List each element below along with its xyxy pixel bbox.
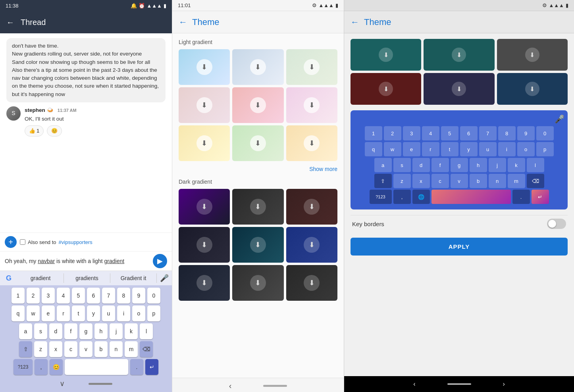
kb-period-1[interactable]: . bbox=[130, 359, 143, 375]
preview-key-3[interactable]: 3 bbox=[403, 126, 420, 140]
preview-b[interactable]: b bbox=[470, 174, 487, 188]
dark-cell-8[interactable]: ⬇ bbox=[232, 265, 283, 301]
preview-i[interactable]: i bbox=[498, 142, 516, 156]
plus-button[interactable]: + bbox=[5, 236, 17, 248]
back-button-2[interactable]: ← bbox=[179, 17, 187, 27]
back-button-3[interactable]: ← bbox=[351, 17, 359, 27]
preview-key-8[interactable]: 8 bbox=[498, 126, 516, 140]
kb-y-1[interactable]: y bbox=[87, 306, 100, 321]
preview-r[interactable]: r bbox=[422, 142, 439, 156]
kb-w-1[interactable]: w bbox=[27, 306, 40, 321]
kb-key-6[interactable]: 6 bbox=[87, 288, 100, 304]
preview-q[interactable]: q bbox=[365, 142, 382, 156]
kb-m-1[interactable]: m bbox=[125, 341, 138, 357]
kb-key-2[interactable]: 2 bbox=[27, 288, 40, 304]
light-cell-1[interactable]: ⬇ bbox=[179, 49, 230, 85]
kb-key-8[interactable]: 8 bbox=[117, 288, 130, 304]
kb-key-7[interactable]: 7 bbox=[102, 288, 115, 304]
preview-space[interactable] bbox=[431, 190, 511, 204]
preview-l[interactable]: l bbox=[527, 158, 544, 172]
preview-period[interactable]: . bbox=[512, 190, 530, 204]
preview-enter[interactable]: ↵ bbox=[532, 190, 549, 204]
preview-f[interactable]: f bbox=[431, 158, 449, 172]
p2-back-nav[interactable]: ‹ bbox=[229, 381, 232, 390]
light-cell-3[interactable]: ⬇ bbox=[286, 49, 337, 85]
preview-t[interactable]: t bbox=[441, 142, 458, 156]
autocomplete-item-2[interactable]: gradients bbox=[64, 273, 110, 283]
mic-button-1[interactable]: 🎤 bbox=[160, 274, 169, 282]
kb-comma-1[interactable]: , bbox=[35, 359, 48, 375]
preview-w[interactable]: w bbox=[384, 142, 401, 156]
p3-cell-1[interactable]: ⬇ bbox=[351, 39, 421, 71]
preview-key-7[interactable]: 7 bbox=[479, 126, 497, 140]
kb-x-1[interactable]: x bbox=[49, 341, 62, 357]
preview-y[interactable]: y bbox=[460, 142, 478, 156]
preview-d[interactable]: d bbox=[412, 158, 430, 172]
kb-i-1[interactable]: i bbox=[117, 306, 130, 321]
kb-f-1[interactable]: f bbox=[64, 323, 77, 339]
kb-symbols-1[interactable]: ?123 bbox=[13, 359, 33, 375]
kb-g-1[interactable]: g bbox=[79, 323, 92, 339]
preview-comma[interactable]: , bbox=[393, 190, 411, 204]
kb-h-1[interactable]: h bbox=[94, 323, 108, 339]
kb-u-1[interactable]: u bbox=[102, 306, 115, 321]
preview-h[interactable]: h bbox=[470, 158, 487, 172]
send-button-1[interactable]: ▶ bbox=[153, 254, 167, 268]
kb-z-1[interactable]: z bbox=[34, 341, 47, 357]
emoji-reaction-btn[interactable]: 😊 bbox=[47, 125, 62, 136]
kb-s-1[interactable]: s bbox=[34, 323, 47, 339]
light-cell-5[interactable]: ⬇ bbox=[232, 87, 283, 123]
kb-key-5[interactable]: 5 bbox=[72, 288, 85, 304]
autocomplete-item-1[interactable]: gradient bbox=[17, 273, 64, 283]
p3-cell-4[interactable]: ⬇ bbox=[351, 73, 421, 105]
p3-cell-6[interactable]: ⬇ bbox=[497, 73, 568, 105]
preview-k[interactable]: k bbox=[508, 158, 525, 172]
dark-cell-3[interactable]: ⬇ bbox=[286, 189, 337, 225]
preview-j[interactable]: j bbox=[489, 158, 506, 172]
kb-enter-1[interactable]: ↵ bbox=[145, 359, 158, 375]
dark-cell-2[interactable]: ⬇ bbox=[232, 189, 283, 225]
kb-c-1[interactable]: c bbox=[64, 341, 77, 357]
kb-o-1[interactable]: o bbox=[132, 306, 145, 321]
preview-mic-icon[interactable]: 🎤 bbox=[555, 114, 564, 124]
kb-d-1[interactable]: d bbox=[49, 323, 62, 339]
kb-space-1[interactable] bbox=[65, 359, 128, 375]
preview-s[interactable]: s bbox=[393, 158, 411, 172]
preview-o[interactable]: o bbox=[517, 142, 535, 156]
preview-p[interactable]: p bbox=[536, 142, 554, 156]
preview-key-9[interactable]: 9 bbox=[517, 126, 535, 140]
also-send-checkbox[interactable] bbox=[20, 239, 25, 245]
kb-emoji-1[interactable]: 😊 bbox=[50, 359, 63, 375]
kb-shift-1[interactable]: ⇧ bbox=[19, 341, 32, 357]
kb-e-1[interactable]: e bbox=[42, 306, 55, 321]
kb-j-1[interactable]: j bbox=[110, 323, 123, 339]
light-cell-2[interactable]: ⬇ bbox=[232, 49, 283, 85]
dark-cell-6[interactable]: ⬇ bbox=[286, 227, 337, 263]
light-cell-9[interactable]: ⬇ bbox=[286, 125, 337, 161]
preview-z[interactable]: z bbox=[393, 174, 411, 188]
preview-backspace[interactable]: ⌫ bbox=[527, 174, 544, 188]
dark-cell-9[interactable]: ⬇ bbox=[286, 265, 337, 301]
preview-u[interactable]: u bbox=[479, 142, 497, 156]
p3-back-icon[interactable]: ‹ bbox=[413, 380, 415, 388]
kb-p-1[interactable]: p bbox=[147, 306, 160, 321]
kb-v-1[interactable]: v bbox=[79, 341, 92, 357]
preview-c[interactable]: c bbox=[431, 174, 449, 188]
kb-n-1[interactable]: n bbox=[110, 341, 123, 357]
light-cell-4[interactable]: ⬇ bbox=[179, 87, 230, 123]
preview-shift[interactable]: ⇧ bbox=[374, 174, 392, 188]
kb-key-3[interactable]: 3 bbox=[42, 288, 55, 304]
kb-a-1[interactable]: a bbox=[19, 323, 32, 339]
kb-k-1[interactable]: k bbox=[125, 323, 138, 339]
kb-q-1[interactable]: q bbox=[12, 306, 25, 321]
kb-key-4[interactable]: 4 bbox=[57, 288, 70, 304]
preview-g[interactable]: g bbox=[451, 158, 468, 172]
back-button-1[interactable]: ← bbox=[6, 18, 14, 27]
p3-cell-3[interactable]: ⬇ bbox=[497, 39, 568, 71]
preview-key-2[interactable]: 2 bbox=[384, 126, 401, 140]
preview-key-0[interactable]: 0 bbox=[536, 126, 554, 140]
kb-key-0[interactable]: 0 bbox=[147, 288, 160, 304]
preview-m[interactable]: m bbox=[508, 174, 525, 188]
autocomplete-item-3[interactable]: Gradient it bbox=[110, 273, 157, 283]
preview-key-6[interactable]: 6 bbox=[460, 126, 478, 140]
